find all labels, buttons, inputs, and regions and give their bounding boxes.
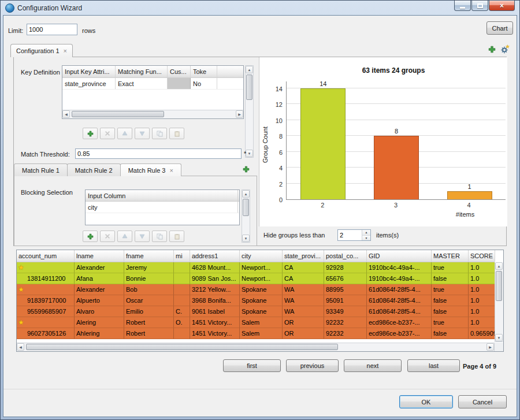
- table-cell[interactable]: Alexander: [75, 284, 124, 295]
- table-cell[interactable]: 91839717000: [17, 295, 75, 306]
- table-cell[interactable]: WA: [283, 295, 324, 306]
- table-cell[interactable]: O.: [174, 317, 190, 328]
- table-row[interactable]: 95599685907AlvaroEmilioC.9061 IsabelSpok…: [17, 306, 495, 317]
- spinner-down-icon[interactable]: ▼: [362, 236, 370, 241]
- match-threshold-input[interactable]: [75, 148, 242, 159]
- limit-input[interactable]: [27, 24, 77, 35]
- table-cell[interactable]: 4628 Mount...: [190, 262, 240, 273]
- next-page-button[interactable]: next: [344, 359, 402, 372]
- scroll-thumb[interactable]: [496, 271, 502, 301]
- close-button[interactable]: ×: [489, 1, 515, 11]
- table-row[interactable]: 91839717000AlpuertoOscar3968 Bonifa...Sp…: [17, 295, 495, 306]
- table-row[interactable]: 96027305126AhleringRobert1451 Victory...…: [17, 328, 495, 339]
- copy-button[interactable]: [152, 128, 167, 139]
- results-column-header[interactable]: address1: [190, 250, 240, 262]
- blocking-cell[interactable]: city: [86, 202, 238, 213]
- previous-page-button[interactable]: previous: [286, 359, 339, 372]
- table-row[interactable]: 13814911200AfanaBonnie9089 San Jos...New…: [17, 273, 495, 284]
- results-column-header[interactable]: fname: [124, 250, 174, 262]
- table-cell[interactable]: 3968 Bonifa...: [190, 295, 240, 306]
- table-cell[interactable]: Newport...: [240, 262, 283, 273]
- table-cell[interactable]: true: [432, 317, 469, 328]
- table-cell[interactable]: Robert: [124, 328, 174, 339]
- scroll-up-icon[interactable]: ▲: [246, 66, 253, 73]
- table-cell[interactable]: 1.0: [469, 262, 495, 273]
- table-cell[interactable]: Spokane: [240, 306, 283, 317]
- add-row-button[interactable]: [83, 231, 98, 242]
- ok-button[interactable]: OK: [399, 395, 453, 408]
- paste-button[interactable]: [169, 231, 184, 242]
- table-cell[interactable]: 1.0: [469, 306, 495, 317]
- key-definition-table[interactable]: Input Key Attri...Matching Fun...Cus...T…: [62, 65, 244, 119]
- keydef-column-header[interactable]: Cus...: [168, 66, 191, 77]
- hide-groups-spinner[interactable]: ▲ ▼: [337, 229, 371, 241]
- table-cell[interactable]: Oscar: [124, 295, 174, 306]
- blocking-vscrollbar[interactable]: ▲ ▼: [242, 189, 250, 243]
- table-cell[interactable]: 9089 San Jos...: [190, 273, 240, 284]
- last-page-button[interactable]: last: [407, 359, 460, 372]
- table-cell[interactable]: 1451 Victory...: [190, 317, 240, 328]
- scroll-up-icon[interactable]: ▲: [495, 262, 503, 270]
- table-cell[interactable]: Jeremy: [124, 262, 174, 273]
- hide-groups-input[interactable]: [338, 230, 362, 240]
- table-cell[interactable]: 3212 Yellow...: [190, 284, 240, 295]
- table-cell[interactable]: 65676: [324, 273, 367, 284]
- table-cell[interactable]: ★: [17, 317, 75, 328]
- results-column-header[interactable]: SCORE: [469, 250, 495, 262]
- table-cell[interactable]: 1.0: [469, 295, 495, 306]
- table-cell[interactable]: 1.0: [469, 273, 495, 284]
- table-cell[interactable]: 61d0864f-28f5-4...: [367, 295, 432, 306]
- table-cell[interactable]: ★: [17, 262, 75, 273]
- tab-configuration-1[interactable]: Configuration 1 ×: [10, 44, 73, 57]
- table-cell[interactable]: Salem: [240, 317, 283, 328]
- table-cell[interactable]: Bob: [124, 284, 174, 295]
- tab-close-icon[interactable]: ×: [64, 48, 67, 54]
- move-down-button[interactable]: [135, 128, 150, 139]
- table-cell[interactable]: 61d0864f-28f5-4...: [367, 306, 432, 317]
- table-cell[interactable]: 13814911200: [17, 273, 75, 284]
- scroll-thumb[interactable]: [72, 111, 164, 117]
- table-cell[interactable]: false: [432, 306, 469, 317]
- blocking-selection-table[interactable]: Input Column city: [85, 189, 240, 225]
- cancel-button[interactable]: Cancel: [458, 395, 507, 408]
- add-configuration-icon[interactable]: [488, 46, 496, 53]
- table-cell[interactable]: CA: [283, 262, 324, 273]
- paste-button[interactable]: [169, 128, 184, 139]
- results-column-header[interactable]: account_num: [17, 250, 75, 262]
- table-cell[interactable]: [174, 295, 190, 306]
- table-cell[interactable]: CA: [283, 273, 324, 284]
- table-cell[interactable]: Emilio: [124, 306, 174, 317]
- scroll-left-icon[interactable]: ◀: [62, 110, 70, 118]
- results-table[interactable]: account_numlnamefnamemiaddress1citystate…: [16, 250, 504, 352]
- keydef-cell[interactable]: [168, 78, 191, 89]
- maximize-button[interactable]: [471, 1, 488, 11]
- keydef-cell[interactable]: No: [191, 78, 217, 89]
- table-cell[interactable]: [174, 328, 190, 339]
- keydef-column-header[interactable]: Matching Fun...: [116, 66, 168, 77]
- table-row[interactable]: ★AleringRobertO.1451 Victory...SalemOR92…: [17, 317, 495, 328]
- tab-match-rule-3[interactable]: Match Rule 3×: [120, 163, 181, 176]
- table-cell[interactable]: Newport...: [240, 273, 283, 284]
- results-vscrollbar[interactable]: ▲ ▼: [495, 262, 503, 342]
- delete-row-button[interactable]: [100, 128, 115, 139]
- table-cell[interactable]: Robert: [124, 317, 174, 328]
- results-column-header[interactable]: mi: [174, 250, 190, 262]
- table-cell[interactable]: true: [432, 284, 469, 295]
- left-panel-vscrollbar[interactable]: ▲ ▼: [245, 65, 254, 158]
- move-up-button[interactable]: [117, 231, 132, 242]
- keydef-hscrollbar[interactable]: ◀ ▶: [62, 110, 243, 118]
- table-cell[interactable]: 95091: [324, 295, 367, 306]
- table-cell[interactable]: 1.0: [469, 284, 495, 295]
- results-column-header[interactable]: MASTER: [432, 250, 469, 262]
- keydef-column-header[interactable]: Toke: [191, 66, 217, 77]
- results-column-header[interactable]: lname: [75, 250, 124, 262]
- first-page-button[interactable]: first: [223, 359, 281, 372]
- scroll-down-icon[interactable]: ▼: [246, 150, 253, 157]
- table-cell[interactable]: 92928: [324, 262, 367, 273]
- table-cell[interactable]: WA: [283, 284, 324, 295]
- table-cell[interactable]: 1451 Victory...: [190, 328, 240, 339]
- table-cell[interactable]: 1.0: [469, 317, 495, 328]
- table-cell[interactable]: C.: [174, 306, 190, 317]
- table-cell[interactable]: true: [432, 262, 469, 273]
- scroll-up-icon[interactable]: ▲: [242, 190, 250, 198]
